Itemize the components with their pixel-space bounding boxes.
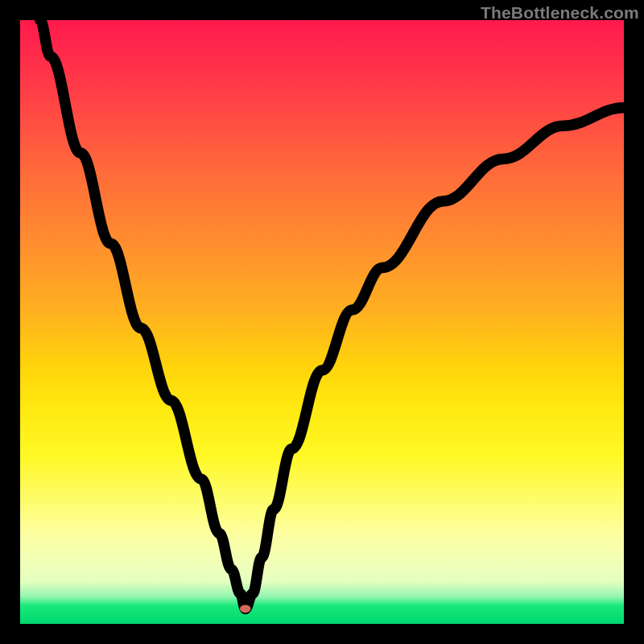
chart-plot-area bbox=[20, 20, 624, 624]
curve-left-branch bbox=[40, 20, 246, 609]
watermark-text: TheBottleneck.com bbox=[481, 3, 639, 23]
chart-svg bbox=[20, 20, 624, 624]
minimum-marker bbox=[240, 605, 251, 613]
curve-right-branch bbox=[246, 108, 624, 609]
